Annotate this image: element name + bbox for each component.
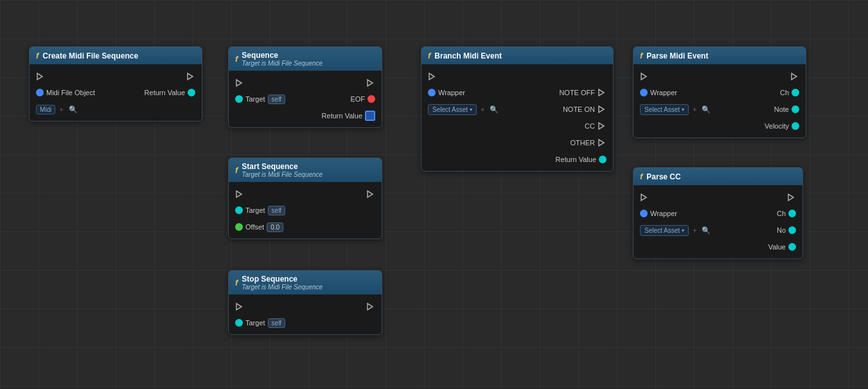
- exec-row: [36, 69, 195, 82]
- cc-exec-pin[interactable]: [598, 122, 607, 131]
- svg-marker-7: [599, 123, 604, 129]
- other-exec-pin[interactable]: [598, 138, 607, 147]
- search-icon[interactable]: 🔍: [488, 105, 500, 114]
- func-icon: f: [640, 51, 642, 60]
- node-header-stop-sequence: f Stop Sequence Target is Midi File Sequ…: [229, 271, 382, 294]
- func-icon: f: [640, 172, 642, 181]
- svg-marker-11: [236, 191, 242, 197]
- select-asset-dropdown[interactable]: Select Asset ▾: [640, 225, 689, 236]
- wrapper-pin[interactable]: [640, 210, 648, 217]
- svg-marker-10: [792, 73, 797, 80]
- self-badge: self: [268, 95, 286, 104]
- offset-value: 0.0: [267, 222, 283, 232]
- search-icon[interactable]: 🔍: [700, 105, 712, 114]
- node-subtitle: Target is Midi File Sequence: [242, 171, 323, 178]
- exec-row: [235, 187, 375, 200]
- wrapper-pin[interactable]: [428, 89, 436, 96]
- offset-pin[interactable]: [235, 223, 243, 231]
- svg-marker-16: [788, 194, 793, 201]
- exec-row: [640, 69, 799, 82]
- exec-out-pin[interactable]: [790, 72, 799, 81]
- func-icon: f: [36, 51, 39, 60]
- wrapper-pin[interactable]: [640, 89, 648, 96]
- add-icon[interactable]: +: [58, 105, 64, 113]
- note-off-label: NOTE OFF: [559, 89, 595, 96]
- note-pin[interactable]: [792, 105, 799, 113]
- add-icon[interactable]: +: [691, 226, 698, 234]
- func-icon: f: [235, 165, 238, 175]
- self-badge: self: [268, 318, 286, 328]
- offset-row: Offset 0.0: [235, 221, 375, 233]
- exec-row: [235, 300, 375, 312]
- node-start-sequence: f Start Sequence Target is Midi File Seq…: [228, 158, 382, 239]
- node-title: Parse CC: [646, 172, 680, 181]
- ch-pin[interactable]: [792, 89, 799, 96]
- search-icon[interactable]: 🔍: [67, 105, 79, 114]
- return-value-pin[interactable]: [188, 89, 195, 96]
- return-value-row: Return Value: [428, 153, 607, 166]
- value-pin[interactable]: [788, 243, 796, 251]
- node-body-start-sequence: Target self Offset 0.0: [229, 182, 382, 239]
- velocity-row: Velocity: [640, 120, 799, 132]
- midi-selector[interactable]: Midi: [36, 105, 55, 114]
- midi-file-object-pin[interactable]: [36, 89, 44, 96]
- node-header-parse-cc: f Parse CC: [633, 168, 802, 185]
- exec-out-pin[interactable]: [186, 72, 195, 81]
- node-title: Parse Midi Event: [646, 51, 708, 60]
- exec-row: [235, 76, 375, 89]
- target-pin[interactable]: [235, 319, 243, 327]
- cc-label: CC: [585, 122, 595, 130]
- exec-in-pin[interactable]: [428, 72, 437, 81]
- note-on-label: NOTE ON: [563, 105, 595, 113]
- exec-in-pin[interactable]: [640, 72, 649, 81]
- return-value-label: Return Value: [556, 156, 596, 163]
- exec-row: [428, 69, 607, 82]
- select-asset-noteon-row: Select Asset ▾ + 🔍 NOTE ON: [428, 103, 607, 116]
- target-row: Target self EOF: [235, 93, 375, 105]
- exec-in-pin[interactable]: [235, 190, 244, 199]
- select-asset-label: Select Asset: [644, 227, 680, 234]
- svg-marker-6: [599, 106, 604, 113]
- node-branch-midi-event: f Branch Midi Event Wrapper NOTE OFF: [421, 46, 614, 172]
- select-asset-dropdown[interactable]: Select Asset ▾: [428, 104, 477, 115]
- target-pin[interactable]: [235, 95, 243, 103]
- exec-in-pin[interactable]: [235, 78, 244, 87]
- no-pin[interactable]: [788, 226, 796, 234]
- exec-out-pin[interactable]: [366, 190, 375, 199]
- svg-marker-12: [368, 191, 373, 197]
- note-on-exec-pin[interactable]: [598, 105, 607, 114]
- wrapper-label: Wrapper: [650, 210, 677, 217]
- add-icon[interactable]: +: [479, 105, 486, 113]
- node-body-parse-midi: Wrapper Ch Select Asset ▾ + 🔍 Note: [633, 64, 806, 138]
- note-off-exec-pin[interactable]: [598, 88, 607, 97]
- node-header-branch-midi: f Branch Midi Event: [421, 47, 613, 64]
- add-icon[interactable]: +: [691, 105, 698, 113]
- node-body-create-midi: Midi File Object Return Value Midi + 🔍: [30, 64, 202, 121]
- node-subtitle: Target is Midi File Sequence: [242, 284, 323, 291]
- ch-pin[interactable]: [788, 210, 796, 217]
- return-value-row: Return Value: [235, 109, 375, 122]
- velocity-pin[interactable]: [792, 122, 799, 130]
- select-asset-label: Select Asset: [644, 106, 680, 113]
- func-icon: f: [235, 278, 238, 287]
- other-row: OTHER: [428, 136, 607, 149]
- exec-in-pin[interactable]: [36, 72, 45, 81]
- wrapper-ch-row: Wrapper Ch: [640, 86, 799, 99]
- return-value-pin[interactable]: [365, 111, 375, 121]
- eof-pin[interactable]: [368, 95, 375, 103]
- select-asset-dropdown[interactable]: Select Asset ▾: [640, 104, 689, 115]
- exec-out-pin[interactable]: [366, 78, 375, 87]
- node-body-stop-sequence: Target self: [229, 294, 382, 334]
- return-value-pin[interactable]: [599, 156, 607, 163]
- exec-out-pin[interactable]: [787, 193, 796, 202]
- exec-out-pin[interactable]: [366, 302, 375, 311]
- exec-in-pin[interactable]: [235, 302, 244, 311]
- search-icon[interactable]: 🔍: [700, 226, 712, 235]
- target-pin[interactable]: [235, 206, 243, 214]
- target-label: Target: [245, 95, 265, 103]
- svg-marker-2: [236, 80, 242, 86]
- select-asset-note-row: Select Asset ▾ + 🔍 Note: [640, 103, 799, 116]
- exec-in-pin[interactable]: [640, 193, 649, 202]
- node-body-parse-cc: Wrapper Ch Select Asset ▾ + 🔍 No: [633, 185, 802, 258]
- node-sequence: f Sequence Target is Midi File Sequence …: [228, 46, 382, 128]
